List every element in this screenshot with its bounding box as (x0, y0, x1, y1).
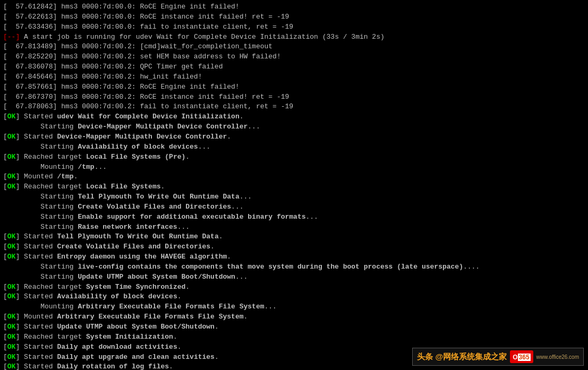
log-line: [ OK ] Reached target System Initializat… (3, 332, 585, 342)
log-line: [ OK ] Started Tell Plymouth To Write Ou… (3, 232, 585, 242)
log-line: Starting Device-Mapper Multipath Device … (3, 122, 585, 132)
log-line: [ 67.836078] hms3 0000:7d:00.2: QPC Time… (3, 62, 585, 72)
log-line: [ 57.612842] hms3 0000:7d:00.0: RoCE Eng… (3, 2, 585, 12)
terminal: [ 57.612842] hms3 0000:7d:00.0: RoCE Eng… (0, 0, 588, 370)
watermark-label: 头条 @网络系统集成之家 (417, 352, 507, 362)
log-line: Starting live-config contains the compon… (3, 262, 585, 272)
log-line: [ OK ] Started Create Volatile Files and… (3, 242, 585, 252)
log-line: [ OK ] Reached target Local File Systems… (3, 182, 585, 192)
log-line: [ 57.622613] hms3 0000:7d:00.0: RoCE ins… (3, 12, 585, 22)
log-line: Starting Availability of block devices..… (3, 142, 585, 152)
log-line: [ 57.633436] hms3 0000:7d:00.0: fail to … (3, 22, 585, 32)
log-line: [ 67.857661] hms3 0000:7d:00.2: RoCE Eng… (3, 82, 585, 92)
log-line: [ OK ] Reached target System Time Synchr… (3, 282, 585, 292)
log-line: [ OK ] Started Availability of block dev… (3, 292, 585, 302)
log-line: [ 67.878063] hms3 0000:7d:00.2: fail to … (3, 102, 585, 112)
log-line: [ OK ] Mounted /tmp. (3, 172, 585, 182)
log-line: Starting Update UTMP about System Boot/S… (3, 272, 585, 282)
log-line: [ 67.867370] hms3 0000:7d:00.2: RoCE ins… (3, 92, 585, 102)
watermark-container: 头条 @网络系统集成之家 O365 www.office26.com (412, 348, 584, 366)
log-line: [ OK ] Started Update UTMP about System … (3, 322, 585, 332)
log-line: Mounting /tmp... (3, 162, 585, 173)
log-line: Mounting Arbitrary Executable File Forma… (3, 302, 585, 312)
watermark-logo-icon: O365 (510, 350, 533, 363)
log-line: [--] A start job is running for udev Wai… (3, 32, 585, 42)
log-line: [ OK ] Started udev Wait for Complete De… (3, 112, 585, 122)
log-line: [ 67.813489] hms3 0000:7d:00.2: [cmd]wai… (3, 42, 585, 52)
log-line: Starting Create Volatile Files and Direc… (3, 202, 585, 212)
log-line: Starting Tell Plymouth To Write Out Runt… (3, 192, 585, 202)
log-line: [ OK ] Started Entropy daemon using the … (3, 252, 585, 262)
log-line: [ 67.825220] hms3 0000:7d:00.2: set HEM … (3, 52, 585, 62)
log-line: [ OK ] Reached target Local File Systems… (3, 152, 585, 162)
log-line: Starting Enable support for additional e… (3, 212, 585, 222)
log-line: [ OK ] Mounted Arbitrary Executable File… (3, 312, 585, 322)
log-line: [ 67.845646] hms3 0000:7d:00.2: hw_init … (3, 72, 585, 82)
log-line: Starting Raise network interfaces... (3, 222, 585, 233)
log-line: [ OK ] Started Device-Mapper Multipath D… (3, 132, 585, 142)
watermark: 头条 @网络系统集成之家 O365 www.office26.com (412, 348, 584, 366)
watermark-url: www.office26.com (536, 354, 579, 360)
